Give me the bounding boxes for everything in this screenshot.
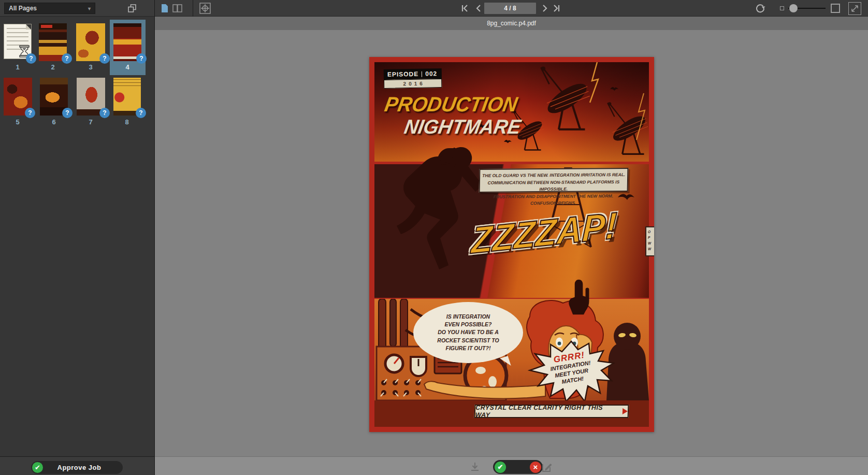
registration-target-icon [199, 2, 211, 15]
prev-page-button[interactable] [472, 2, 485, 15]
single-page-view-button[interactable] [158, 2, 171, 15]
download-button[interactable] [468, 460, 482, 474]
first-page-button[interactable] [459, 2, 471, 15]
comic-title-line1: PRODUCTION [383, 93, 519, 116]
page-number-7: 7 [77, 118, 105, 126]
episode-number: 002 [425, 70, 437, 77]
sidebar-footer: ✔ Approve Job [0, 456, 154, 475]
next-page-button[interactable] [539, 2, 551, 15]
comic-caption-box: THE OLD GUARD VS THE NEW. INTEGRATION IR… [479, 168, 629, 193]
comic-page-preview[interactable]: EPISODE 002 2016 PRODUCTION NIGHTMARE [369, 57, 654, 432]
last-page-icon [552, 4, 561, 13]
page-number-2: 2 [39, 63, 67, 71]
reject-page-button[interactable]: × [530, 462, 541, 473]
document-filename: 8pg_comic.p4.pdf [487, 20, 536, 27]
registration-target-button[interactable] [199, 2, 211, 15]
page-thumbnail-1[interactable] [4, 24, 31, 59]
episode-year: 2016 [384, 79, 442, 89]
approve-job-button[interactable]: ✔ Approve Job [31, 461, 123, 474]
page-status-badge-7[interactable]: ? [99, 108, 110, 118]
rotate-cw-icon [755, 3, 766, 14]
page-number-3: 3 [77, 63, 105, 71]
approve-check-icon: ✔ [32, 462, 43, 473]
next-page-icon [540, 4, 549, 13]
sidebar-canvas-divider [154, 0, 155, 475]
approve-job-label: Approve Job [43, 464, 123, 471]
page-status-badge-2[interactable]: ? [62, 53, 72, 64]
page-fold-corner [26, 24, 31, 30]
banner-play-icon [623, 408, 628, 414]
page-number-4: 4 [113, 63, 141, 71]
burst-bubble: GRRR! INTEGRATION! MEET YOUR MATCH! [528, 340, 615, 400]
float-window-button[interactable] [126, 2, 138, 15]
page-number-8: 8 [113, 118, 141, 126]
zoom-slider-knob[interactable] [789, 4, 798, 12]
page-number-6: 6 [40, 118, 68, 126]
pointing-hand-art [567, 279, 594, 319]
comic-banner: CRYSTAL CLEAR CLARITY RIGHT THIS WAY [474, 405, 629, 418]
approve-page-button[interactable]: ✔ [495, 462, 506, 473]
thumbnail-sidebar: 1 2 3 4 ? ? ? ? 5 6 7 8 ? ? ? ? [0, 17, 154, 456]
page-number-5: 5 [4, 118, 32, 126]
canvas-footer: ✔ × [155, 456, 868, 475]
single-page-view-icon [160, 3, 170, 13]
comic-panel-bottom: IS INTEGRATION EVEN POSSIBLE? DO YOU HAV… [374, 299, 649, 400]
clipped-text-box: O P W W [645, 226, 654, 256]
fit-page-button[interactable] [831, 4, 840, 13]
page-status-badge-4[interactable]: ? [136, 53, 147, 64]
episode-divider [422, 71, 422, 77]
chevron-down-icon: ▾ [88, 6, 91, 11]
comic-title-line2: NIGHTMARE [402, 116, 523, 138]
page-number-1: 1 [4, 63, 32, 71]
page-status-badge-6[interactable]: ? [62, 108, 73, 118]
fullscreen-icon [850, 4, 859, 13]
facing-pages-view-button[interactable] [171, 2, 184, 15]
annotate-pencil-icon [541, 461, 553, 473]
first-page-icon [460, 4, 470, 13]
page-indicator[interactable]: 4 / 8 [484, 3, 536, 14]
annotate-button[interactable] [540, 460, 554, 474]
document-canvas[interactable]: 8pg_comic.p4.pdf [155, 17, 868, 475]
download-icon [469, 462, 481, 473]
fullscreen-button[interactable] [848, 2, 861, 15]
facing-pages-view-icon [172, 3, 183, 13]
filename-bar: 8pg_comic.p4.pdf [155, 17, 868, 30]
last-page-button[interactable] [550, 2, 562, 15]
float-window-icon [127, 3, 137, 13]
page-approval-pill: ✔ × [493, 460, 543, 474]
pages-filter-dropdown[interactable]: All Pages ▾ [4, 3, 95, 14]
page-status-badge-1[interactable]: ? [26, 53, 36, 64]
speech-bubble: IS INTEGRATION EVEN POSSIBLE? DO YOU HAV… [413, 302, 523, 363]
page-status-badge-8[interactable]: ? [136, 108, 146, 118]
zoom-out-icon[interactable] [780, 6, 784, 10]
toolbar-separator [193, 0, 193, 17]
rotate-button[interactable] [754, 2, 766, 15]
page-status-badge-3[interactable]: ? [99, 53, 110, 64]
pages-filter-value: All Pages [9, 5, 37, 12]
episode-label: EPISODE [387, 70, 419, 78]
top-toolbar: All Pages ▾ [0, 0, 868, 17]
episode-box: EPISODE 002 2016 [384, 68, 442, 89]
prev-page-icon [474, 4, 483, 13]
page-status-badge-5[interactable]: ? [25, 108, 35, 118]
